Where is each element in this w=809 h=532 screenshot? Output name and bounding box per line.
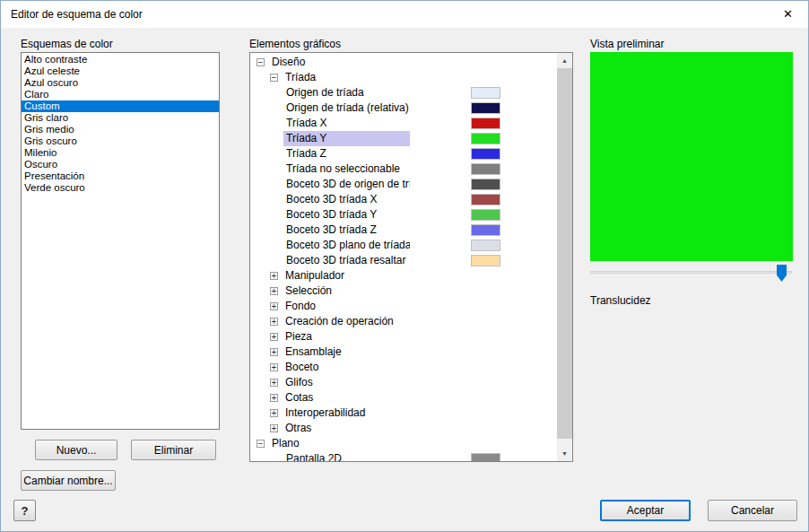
tree-row[interactable]: Boceto 3D tríada Y bbox=[250, 207, 557, 222]
tree-row[interactable]: +Creación de operación bbox=[250, 314, 557, 329]
tree-row[interactable]: +Pieza bbox=[250, 329, 557, 344]
color-swatch[interactable] bbox=[471, 163, 500, 175]
scheme-item[interactable]: Oscuro bbox=[22, 159, 219, 170]
tree-item-label: Boceto 3D tríada resaltar bbox=[283, 253, 410, 268]
color-swatch[interactable] bbox=[471, 102, 500, 114]
tree-row[interactable]: Boceto 3D de origen de tríada bbox=[250, 177, 557, 192]
color-swatch[interactable] bbox=[471, 87, 500, 99]
tree-item-label: Plano bbox=[269, 436, 302, 451]
tree-row[interactable]: Pantalla 2D bbox=[250, 451, 557, 461]
color-swatch[interactable] bbox=[471, 209, 500, 221]
scroll-up-icon[interactable]: ▲ bbox=[557, 53, 572, 68]
tree-item-label: Manipulador bbox=[283, 268, 347, 283]
slider-thumb[interactable] bbox=[777, 265, 787, 282]
tree-row[interactable]: −Plano bbox=[250, 436, 557, 451]
tree-row[interactable]: +Cotas bbox=[250, 390, 557, 406]
scroll-thumb[interactable] bbox=[557, 68, 572, 439]
tree-row[interactable]: −Tríada bbox=[250, 70, 557, 85]
delete-button[interactable]: Eliminar bbox=[131, 440, 216, 460]
help-icon: ? bbox=[22, 504, 29, 518]
scheme-list: Alto contrasteAzul celesteAzul oscuroCla… bbox=[21, 52, 220, 430]
scheme-item[interactable]: Gris oscuro bbox=[22, 135, 219, 147]
scheme-item[interactable]: Azul celeste bbox=[22, 65, 219, 77]
rename-button[interactable]: Cambiar nombre... bbox=[21, 470, 116, 491]
scheme-item[interactable]: Custom bbox=[22, 100, 219, 112]
tree-item-label: Tríada Y bbox=[283, 131, 410, 146]
tree-item-label: Glifos bbox=[283, 375, 316, 390]
expand-plus-icon[interactable]: + bbox=[270, 394, 278, 402]
tree-row[interactable]: +Selección bbox=[250, 283, 557, 299]
expand-plus-icon[interactable]: + bbox=[270, 424, 278, 432]
tree-row[interactable]: +Fondo bbox=[250, 299, 557, 314]
tree-row[interactable]: +Interoperabilidad bbox=[250, 406, 557, 421]
expand-minus-icon[interactable]: − bbox=[257, 58, 265, 66]
expand-plus-icon[interactable]: + bbox=[270, 333, 278, 341]
tree-row[interactable]: +Manipulador bbox=[250, 268, 557, 283]
tree-item-label: Otras bbox=[283, 421, 314, 436]
tree-row[interactable]: Tríada Z bbox=[250, 146, 557, 161]
elements-label: Elementos gráficos bbox=[249, 38, 341, 50]
tree-item-label: Boceto 3D tríada Z bbox=[283, 222, 410, 238]
scheme-item[interactable]: Milenio bbox=[22, 147, 219, 159]
accept-button[interactable]: Aceptar bbox=[600, 500, 691, 521]
tree-row[interactable]: +Otras bbox=[250, 421, 557, 436]
expand-plus-icon[interactable]: + bbox=[270, 348, 278, 356]
scheme-item[interactable]: Verde oscuro bbox=[22, 182, 219, 194]
scheme-item[interactable]: Azul oscuro bbox=[22, 77, 219, 89]
cancel-button[interactable]: Cancelar bbox=[708, 500, 797, 521]
tree-item-label: Fondo bbox=[283, 299, 318, 314]
tree-row[interactable]: Boceto 3D tríada Z bbox=[250, 222, 557, 238]
tree-row[interactable]: Origen de tríada bbox=[250, 85, 557, 100]
scheme-item[interactable]: Alto contraste bbox=[22, 54, 219, 65]
color-swatch[interactable] bbox=[471, 118, 500, 129]
expand-plus-icon[interactable]: + bbox=[270, 272, 278, 280]
tree-item-label: Tríada bbox=[283, 70, 318, 85]
tree-item-label: Boceto 3D tríada Y bbox=[283, 207, 410, 222]
element-tree: −Diseño−TríadaOrigen de tríadaOrigen de … bbox=[250, 53, 557, 461]
dialog-title: Editor de esquema de color bbox=[11, 1, 143, 28]
expand-minus-icon[interactable]: − bbox=[270, 74, 278, 82]
tree-row[interactable]: Tríada X bbox=[250, 116, 557, 131]
color-swatch[interactable] bbox=[471, 224, 500, 236]
color-swatch[interactable] bbox=[471, 133, 500, 144]
expand-minus-icon[interactable]: − bbox=[257, 440, 265, 448]
scheme-item[interactable]: Claro bbox=[22, 89, 219, 100]
color-swatch[interactable] bbox=[471, 148, 500, 160]
help-button[interactable]: ? bbox=[13, 500, 36, 521]
tree-row[interactable]: Boceto 3D tríada resaltar bbox=[250, 253, 557, 268]
close-button[interactable]: ✕ bbox=[768, 1, 808, 28]
tree-row[interactable]: +Boceto bbox=[250, 360, 557, 375]
new-button[interactable]: Nuevo... bbox=[35, 440, 117, 460]
expand-plus-icon[interactable]: + bbox=[270, 318, 278, 326]
scheme-item[interactable]: Presentación bbox=[22, 170, 219, 182]
tree-item-label: Boceto bbox=[283, 360, 321, 375]
translucency-label: Translucidez bbox=[590, 294, 651, 307]
scroll-track[interactable] bbox=[557, 68, 572, 446]
tree-row[interactable]: Boceto 3D tríada X bbox=[250, 192, 557, 207]
tree-scrollbar[interactable]: ▲ ▼ bbox=[557, 53, 572, 461]
tree-item-label: Tríada no seleccionable bbox=[283, 161, 410, 177]
slider-track[interactable] bbox=[590, 271, 792, 274]
translucency-slider[interactable] bbox=[588, 264, 794, 283]
tree-row[interactable]: Tríada Y bbox=[250, 131, 557, 146]
tree-row[interactable]: Origen de tríada (relativa) bbox=[250, 100, 557, 116]
color-swatch[interactable] bbox=[471, 255, 500, 266]
scheme-item[interactable]: Gris claro bbox=[22, 112, 219, 124]
tree-row[interactable]: Tríada no seleccionable bbox=[250, 161, 557, 177]
tree-row[interactable]: +Glifos bbox=[250, 375, 557, 390]
expand-plus-icon[interactable]: + bbox=[270, 379, 278, 387]
expand-plus-icon[interactable]: + bbox=[270, 409, 278, 417]
expand-plus-icon[interactable]: + bbox=[270, 287, 278, 295]
tree-item-label: Tríada X bbox=[283, 116, 410, 131]
color-swatch[interactable] bbox=[471, 240, 500, 251]
tree-row[interactable]: +Ensamblaje bbox=[250, 344, 557, 360]
color-swatch[interactable] bbox=[471, 179, 500, 190]
color-swatch[interactable] bbox=[471, 453, 500, 461]
tree-row[interactable]: −Diseño bbox=[250, 55, 557, 70]
expand-plus-icon[interactable]: + bbox=[270, 363, 278, 371]
scroll-down-icon[interactable]: ▼ bbox=[557, 446, 572, 461]
color-swatch[interactable] bbox=[471, 194, 500, 205]
scheme-item[interactable]: Gris medio bbox=[22, 124, 219, 135]
tree-row[interactable]: Boceto 3D plano de tríada bbox=[250, 238, 557, 253]
expand-plus-icon[interactable]: + bbox=[270, 302, 278, 310]
